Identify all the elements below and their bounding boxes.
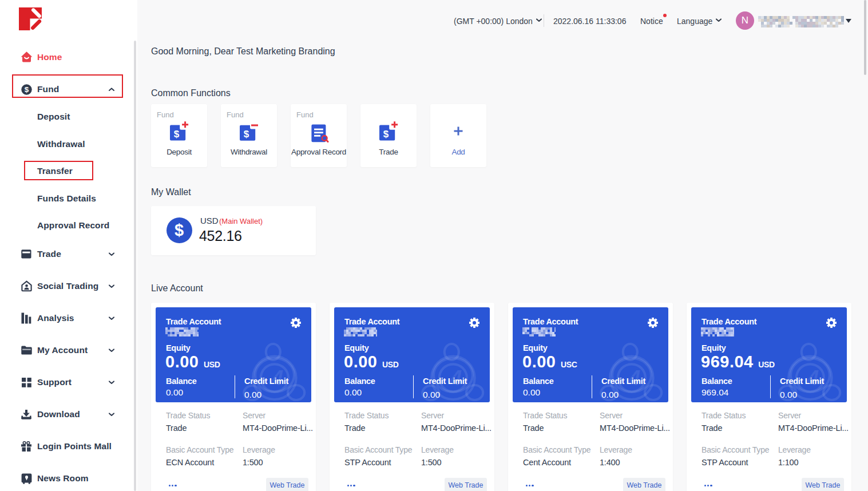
svg-text:$: $	[24, 85, 29, 94]
svg-text:$: $	[244, 129, 249, 140]
svg-text:$: $	[383, 129, 389, 140]
svg-text:$: $	[174, 129, 180, 140]
